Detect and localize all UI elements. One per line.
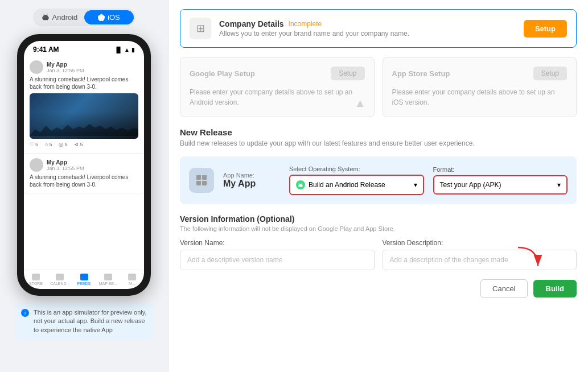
version-desc-input[interactable] — [383, 250, 577, 270]
status-time: 9:41 AM — [33, 46, 59, 53]
app-icon — [189, 168, 214, 193]
nav-map[interactable]: MAP SE... — [96, 272, 120, 287]
calendar-icon — [56, 274, 64, 280]
view-action[interactable]: ◎ 5 — [59, 142, 67, 147]
feed-avatar-2 — [30, 158, 43, 172]
svg-rect-6 — [196, 181, 201, 185]
svg-rect-1 — [48, 16, 48, 19]
os-select-label: Select Operating System: — [289, 166, 424, 172]
feed-avatar-1 — [30, 60, 43, 74]
new-release-title: New Release — [180, 127, 577, 137]
comment-action[interactable]: ○ 5 — [45, 142, 52, 147]
map-icon — [104, 274, 112, 280]
nav-calendar-label: CALEND... — [50, 282, 69, 286]
google-play-text: Please enter your company details above … — [190, 87, 365, 108]
ios-tab[interactable]: iOS — [84, 10, 133, 24]
app-name-value: My App — [223, 179, 280, 189]
feeds-icon — [80, 274, 88, 280]
release-config-card: App Name: My App Select Operating System… — [180, 156, 577, 204]
new-release-desc: Build new releases to update your app wi… — [180, 139, 577, 147]
left-panel: Android iOS 9:41 AM ▐▌ ▲ ▮ My App Jan 3,… — [0, 0, 168, 372]
right-panel: ⊞ Company Details Incomplete Allows you … — [168, 0, 588, 372]
store-icon — [32, 274, 40, 280]
feed-item-1: My App Jan 3, 12:55 PM A stunning comeba… — [24, 56, 144, 154]
feed-text-1: A stunning comeback! Liverpool comes bac… — [30, 76, 138, 90]
format-dropdown[interactable]: Test your App (APK) ▾ — [433, 175, 568, 195]
format-select-block: Format: Test your App (APK) ▾ — [433, 166, 568, 195]
os-dropdown[interactable]: Build an Andriod Release ▾ — [289, 175, 424, 195]
android-logo: ▲ — [355, 97, 366, 110]
feed-date-2: Jan 3, 12:55 PM — [47, 166, 84, 171]
more-icon — [128, 274, 136, 280]
status-icons: ▐▌ ▲ ▮ — [114, 47, 135, 53]
bottom-nav: STORE CALEND... FEEDS MAP SE... M... — [24, 270, 144, 289]
feed-name-2: My App — [47, 159, 84, 166]
nav-map-label: MAP SE... — [99, 282, 117, 286]
format-select-label: Format: — [433, 166, 568, 173]
android-dropdown-icon — [296, 180, 305, 189]
app-name-label: App Name: — [223, 172, 280, 179]
os-select-block: Select Operating System: Build an Andrio… — [289, 166, 424, 195]
svg-rect-4 — [196, 175, 201, 180]
feed-name-1: My App — [47, 61, 84, 68]
new-release-section: New Release Build new releases to update… — [180, 127, 577, 147]
os-dropdown-value: Build an Andriod Release — [309, 181, 385, 189]
signal-icon: ▐▌ — [114, 47, 122, 53]
app-name-block: App Name: My App — [223, 172, 280, 189]
notice-text: This is an app simulator for preview onl… — [34, 308, 147, 334]
share-action[interactable]: ⊲ 5 — [74, 142, 83, 147]
google-play-setup-button: Setup — [331, 67, 364, 80]
version-desc-label: Version Description: — [383, 239, 577, 247]
like-action[interactable]: ♡ 5 — [30, 142, 38, 147]
battery-icon: ▮ — [131, 47, 135, 53]
version-info-desc: The following information will not be di… — [180, 225, 577, 232]
format-dropdown-value: Test your App (APK) — [440, 181, 501, 189]
feed-image-1 — [30, 93, 138, 139]
nav-calendar[interactable]: CALEND... — [48, 272, 72, 287]
google-play-title: Google Play Setup — [190, 69, 255, 78]
svg-point-10 — [299, 185, 300, 185]
simulator-notice: i This is an app simulator for preview o… — [14, 303, 154, 340]
cancel-button[interactable]: Cancel — [480, 279, 527, 298]
company-icon: ⊞ — [190, 18, 211, 39]
feed-date-1: Jan 3, 12:55 PM — [47, 68, 84, 73]
nav-more[interactable]: M... — [120, 272, 144, 287]
version-desc-field: Version Description: — [383, 239, 577, 270]
info-icon: i — [21, 309, 29, 317]
company-info: Company Details Incomplete Allows you to… — [219, 19, 516, 38]
feed-item-2: My App Jan 3, 12:55 PM A stunning comeba… — [24, 154, 144, 193]
version-name-input[interactable] — [180, 250, 375, 270]
app-store-setup-button: Setup — [533, 67, 567, 80]
app-store-text: Please enter your company details above … — [392, 87, 568, 108]
phone-mockup: 9:41 AM ▐▌ ▲ ▮ My App Jan 3, 12:55 PM A … — [17, 34, 151, 296]
feed-actions-1: ♡ 5 ○ 5 ◎ 5 ⊲ 5 — [30, 139, 138, 148]
company-setup-button[interactable]: Setup — [524, 20, 567, 38]
company-details-card: ⊞ Company Details Incomplete Allows you … — [180, 9, 577, 48]
svg-point-11 — [301, 185, 302, 185]
company-desc: Allows you to enter your brand name and … — [219, 30, 516, 38]
status-bar: 9:41 AM ▐▌ ▲ ▮ — [24, 41, 144, 56]
nav-store-label: STORE — [29, 282, 43, 286]
version-name-field: Version Name: — [180, 239, 375, 270]
svg-rect-5 — [202, 175, 207, 180]
wifi-icon: ▲ — [124, 47, 130, 53]
app-store-setup-card: App Store Setup Setup Please enter your … — [383, 57, 577, 117]
nav-store[interactable]: STORE — [24, 272, 48, 287]
nav-feeds[interactable]: FEEDS — [72, 272, 96, 287]
feed-text-2: A stunning comeback! Liverpool comes bac… — [30, 173, 138, 188]
store-setup-row: Google Play Setup Setup Please enter you… — [180, 57, 577, 117]
svg-rect-7 — [202, 181, 207, 185]
android-tab[interactable]: Android — [35, 10, 85, 24]
svg-line-8 — [299, 183, 300, 184]
red-arrow-indicator — [515, 245, 544, 273]
app-store-title: App Store Setup — [392, 69, 450, 78]
nav-feeds-label: FEEDS — [77, 282, 91, 286]
svg-rect-0 — [42, 16, 43, 19]
platform-toggle: Android iOS — [33, 9, 135, 26]
os-chevron-down-icon: ▾ — [414, 181, 417, 189]
svg-line-2 — [43, 14, 44, 15]
nav-more-label: M... — [129, 282, 135, 286]
build-button[interactable]: Build — [533, 280, 577, 297]
version-info-title: Version Information (Optional) — [180, 214, 577, 224]
action-row: Cancel Build — [180, 279, 577, 298]
